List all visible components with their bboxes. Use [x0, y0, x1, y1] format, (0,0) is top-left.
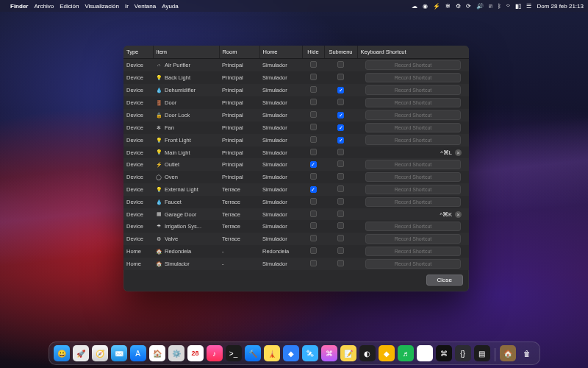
table-row[interactable]: Device⚡OutletPrincipalSimuladorRecord Sh…	[123, 158, 469, 171]
col-home[interactable]: Home	[259, 46, 302, 59]
submenu-checkbox[interactable]	[337, 87, 344, 93]
submenu-checkbox[interactable]	[337, 185, 344, 192]
table-row[interactable]: Device◯OvenPrincipalSimuladorRecord Shor…	[123, 171, 469, 183]
submenu-checkbox[interactable]	[337, 149, 344, 155]
app-name[interactable]: Finder	[10, 3, 28, 10]
dock-app-calendar[interactable]: 28	[187, 345, 204, 361]
table-row[interactable]: Home🏠Simulador-SimuladorRecord Shortcut	[123, 258, 469, 270]
dock-app-safari[interactable]: 🧭	[92, 345, 108, 361]
record-shortcut-button[interactable]: Record Shortcut	[365, 185, 461, 194]
hide-checkbox[interactable]	[310, 222, 317, 229]
submenu-checkbox[interactable]	[337, 99, 344, 105]
bluetooth-icon[interactable]: ᛒ	[498, 3, 501, 10]
menu-ir[interactable]: Ir	[125, 3, 129, 10]
table-row[interactable]: Device💡Front LightPrincipalSimuladorReco…	[123, 134, 469, 146]
dock-app-slack[interactable]: ✳	[417, 345, 433, 361]
hide-checkbox[interactable]	[310, 136, 317, 143]
hide-checkbox[interactable]	[310, 173, 317, 180]
battery-icon[interactable]: ▮▯	[515, 3, 521, 10]
table-row[interactable]: Device💡Main LightPrincipalSimulador^⌘L✕	[123, 146, 469, 158]
record-shortcut-button[interactable]: Record Shortcut	[365, 98, 461, 107]
menubar-clock[interactable]: Dom 28 feb 21:13	[537, 3, 584, 10]
table-row[interactable]: Device💡Back LightPrincipalSimuladorRecor…	[123, 71, 469, 84]
clear-shortcut-icon[interactable]: ✕	[455, 211, 462, 218]
clear-shortcut-icon[interactable]: ✕	[455, 149, 462, 156]
record-shortcut-button[interactable]: Record Shortcut	[365, 172, 461, 182]
record-shortcut-button[interactable]: Record Shortcut	[365, 222, 461, 231]
dock-app-sourcetree[interactable]: ◆	[283, 345, 299, 361]
table-row[interactable]: Device💡External LightTerraceSimuladorRec…	[123, 183, 469, 196]
hide-checkbox[interactable]	[310, 235, 317, 241]
submenu-checkbox[interactable]	[337, 173, 344, 180]
table-row[interactable]: Device💧FaucetTerraceSimuladorRecord Shor…	[123, 196, 469, 208]
hide-checkbox[interactable]	[310, 247, 317, 254]
dock-app-notes[interactable]: 📝	[340, 345, 356, 361]
hide-checkbox[interactable]	[310, 99, 317, 105]
table-row[interactable]: Device☂Irrigation Sys...TerraceSimulador…	[123, 220, 469, 233]
dock-app-mail[interactable]: ✉️	[111, 345, 127, 361]
dock-app-xcode[interactable]: 🔨	[245, 345, 261, 361]
col-item[interactable]: Item	[153, 46, 219, 59]
record-shortcut-button[interactable]: Record Shortcut	[365, 160, 461, 169]
hide-checkbox[interactable]	[310, 61, 317, 68]
dock-app-spotify[interactable]: ♬	[398, 345, 414, 361]
table-row[interactable]: Device⚙ValveTerraceSimuladorRecord Short…	[123, 233, 469, 245]
menu-edicion[interactable]: Edición	[60, 3, 79, 10]
dock-app-iterm[interactable]: ⌘	[436, 345, 452, 361]
control-center-icon[interactable]: ☰	[526, 3, 531, 10]
submenu-checkbox[interactable]	[337, 247, 344, 254]
dock-app-launchpad[interactable]: 🚀	[73, 345, 89, 361]
record-shortcut-button[interactable]: Record Shortcut	[365, 123, 461, 132]
table-row[interactable]: Home🏠Redondela-RedondelaRecord Shortcut	[123, 245, 469, 258]
submenu-checkbox[interactable]	[337, 112, 344, 118]
submenu-checkbox[interactable]	[337, 210, 344, 217]
submenu-checkbox[interactable]	[337, 61, 344, 68]
hide-checkbox[interactable]	[310, 111, 317, 118]
record-shortcut-button[interactable]: Record Shortcut	[365, 110, 461, 120]
fan-icon[interactable]: ✻	[445, 3, 451, 10]
dock-app-music[interactable]: ♪	[207, 345, 223, 361]
record-shortcut-button[interactable]: Record Shortcut	[365, 135, 461, 145]
spotify-icon[interactable]: ◉	[423, 3, 428, 10]
record-shortcut-button[interactable]: Record Shortcut	[365, 85, 461, 95]
dock-app-vscode[interactable]: {}	[455, 345, 471, 361]
submenu-checkbox[interactable]	[337, 235, 344, 241]
submenu-checkbox[interactable]	[337, 160, 344, 167]
record-shortcut-button[interactable]: Record Shortcut	[365, 259, 461, 269]
dock-app-finder[interactable]: 😀	[54, 345, 70, 361]
col-type[interactable]: Type	[123, 46, 153, 59]
submenu-checkbox[interactable]	[337, 222, 344, 229]
record-shortcut-button[interactable]: Record Shortcut	[365, 60, 461, 70]
submenu-checkbox[interactable]	[337, 137, 344, 144]
shortcut-value[interactable]: ^⌘K✕	[360, 211, 466, 218]
dock-app-tower[interactable]: 🗼	[264, 345, 280, 361]
dock-app-settings[interactable]: ⚙️	[168, 345, 184, 361]
dock-app-home[interactable]: 🏠	[149, 345, 165, 361]
dock-app-trash[interactable]: 🗑	[519, 345, 535, 361]
hide-checkbox[interactable]	[310, 198, 317, 205]
shortcut-value[interactable]: ^⌘L✕	[360, 149, 466, 156]
display-icon[interactable]: ⎚	[489, 3, 492, 10]
menu-visualizacion[interactable]: Visualización	[85, 3, 119, 10]
dock-app-shortcuts[interactable]: ⌘	[321, 345, 337, 361]
dock-app-console[interactable]: ▤	[474, 345, 490, 361]
col-room[interactable]: Room	[219, 46, 259, 59]
col-shortcut[interactable]: Keyboard Shortcut	[357, 46, 469, 59]
volume-icon[interactable]: 🔊	[476, 3, 484, 10]
gear-icon[interactable]: ⚙	[456, 3, 461, 10]
hide-checkbox[interactable]	[310, 124, 317, 130]
table-row[interactable]: Device💧DehumidifierPrincipalSimuladorRec…	[123, 84, 469, 96]
record-shortcut-button[interactable]: Record Shortcut	[365, 247, 461, 256]
record-shortcut-button[interactable]: Record Shortcut	[365, 234, 461, 244]
hide-checkbox[interactable]	[310, 149, 317, 155]
hide-checkbox[interactable]	[310, 210, 317, 217]
table-row[interactable]: Device▦Garage DoorTerraceSimulador^⌘K✕	[123, 208, 469, 220]
submenu-checkbox[interactable]	[337, 198, 344, 205]
hide-checkbox[interactable]	[310, 186, 317, 193]
table-row[interactable]: Device🔒Door LockPrincipalSimuladorRecord…	[123, 109, 469, 121]
hide-checkbox[interactable]	[310, 161, 317, 168]
dock-app-proxyman[interactable]: 🛰	[302, 345, 318, 361]
record-shortcut-button[interactable]: Record Shortcut	[365, 73, 461, 82]
close-button[interactable]: Close	[426, 275, 463, 286]
col-submenu[interactable]: Submenu	[324, 46, 357, 59]
